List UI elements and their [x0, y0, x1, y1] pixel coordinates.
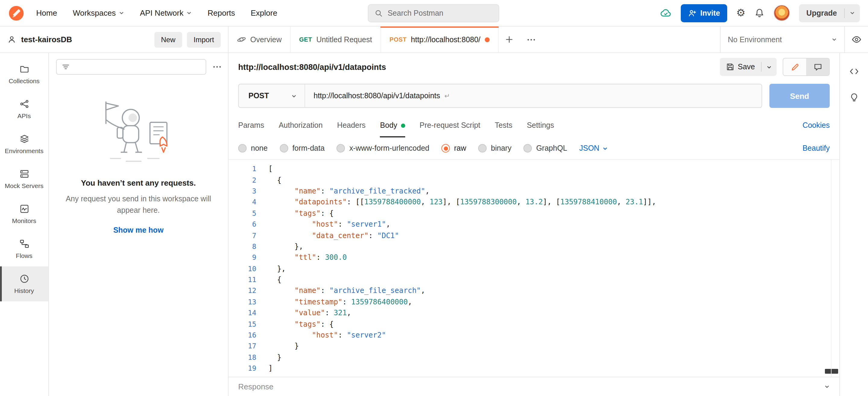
- environment-quick-look-button[interactable]: [844, 27, 868, 53]
- empty-state-description: Any request you send in this workspace w…: [61, 194, 216, 216]
- eye-icon: [851, 34, 862, 44]
- invite-button[interactable]: Invite: [681, 4, 727, 22]
- sidebar-item-label: Collections: [9, 77, 40, 85]
- code-text: "tags": {: [256, 320, 334, 328]
- agent-selection-icon[interactable]: [660, 7, 672, 19]
- line-number: 4: [228, 198, 256, 206]
- show-me-how-link[interactable]: Show me how: [113, 226, 164, 234]
- body-mode-x-www-form-urlencoded[interactable]: x-www-form-urlencoded: [337, 144, 429, 153]
- upgrade-button[interactable]: Upgrade: [799, 9, 844, 17]
- tab-options-button[interactable]: [520, 27, 542, 53]
- comments-button[interactable]: [806, 59, 829, 75]
- method-value: POST: [248, 92, 269, 100]
- tab-overview[interactable]: Overview: [228, 27, 291, 53]
- tab-tests[interactable]: Tests: [495, 113, 512, 137]
- filter-row: [49, 53, 228, 78]
- send-button[interactable]: Send: [769, 84, 830, 108]
- history-icon: [19, 274, 29, 284]
- nav-reports[interactable]: Reports: [208, 8, 235, 18]
- code-line: 6 "host": "server1",: [228, 219, 839, 230]
- workspace-header: test-kairosDB New Import: [0, 27, 228, 53]
- new-button[interactable]: New: [154, 32, 182, 47]
- tab-body[interactable]: Body: [380, 113, 405, 137]
- code-text: "data_center": "DC1": [256, 231, 399, 240]
- tab-post-localhost[interactable]: POST http://localhost:8080/: [381, 27, 499, 53]
- nav-api-network[interactable]: API Network: [140, 8, 192, 18]
- tab-headers[interactable]: Headers: [337, 113, 366, 137]
- body-editor[interactable]: 1[2 {3 "name": "archive_file_tracked",4 …: [228, 160, 839, 377]
- sidebar-item-label: Flows: [16, 252, 33, 259]
- url-box: POST http://localhost:8080/api/v1/datapo…: [238, 84, 762, 108]
- settings-button[interactable]: ⚙: [736, 8, 746, 18]
- response-section-header[interactable]: Response: [228, 377, 839, 396]
- request-workbench: http://localhost:8080/api/v1/datapoints …: [228, 53, 868, 396]
- save-icon: [726, 63, 734, 71]
- code-lines: 1[2 {3 "name": "archive_file_tracked",4 …: [228, 163, 839, 377]
- sidebar-item-flows[interactable]: Flows: [0, 231, 48, 266]
- line-number: 2: [228, 176, 256, 184]
- global-search[interactable]: Search Postman: [368, 4, 499, 22]
- body-mode-raw[interactable]: raw: [441, 144, 466, 153]
- code-text: },: [256, 264, 286, 273]
- line-number: 1: [228, 165, 256, 173]
- tab-untitled-request[interactable]: GET Untitled Request: [291, 27, 381, 53]
- hints-button[interactable]: [849, 92, 859, 102]
- avatar[interactable]: [774, 5, 790, 21]
- tab-pre-request-script[interactable]: Pre-request Script: [420, 113, 480, 137]
- tab-settings[interactable]: Settings: [527, 113, 554, 137]
- beautify-link[interactable]: Beautify: [803, 144, 830, 153]
- import-button[interactable]: Import: [187, 32, 221, 47]
- nav-workspaces[interactable]: Workspaces: [73, 8, 124, 18]
- body-mode-graphql[interactable]: GraphQL: [523, 144, 567, 153]
- app-header: Home Workspaces API Network Reports Expl…: [0, 0, 868, 27]
- method-selector[interactable]: POST: [239, 85, 305, 107]
- code-line: 4 "datapoints": [[1359788400000, 123], […: [228, 197, 839, 208]
- tab-params[interactable]: Params: [238, 113, 264, 137]
- sidebar-item-label: Monitors: [12, 217, 36, 224]
- language-selector[interactable]: JSON: [579, 144, 608, 153]
- sidebar-item-monitors[interactable]: Monitors: [0, 197, 48, 231]
- line-number: 8: [228, 242, 256, 251]
- code-snippet-button[interactable]: [849, 66, 859, 76]
- cookies-link[interactable]: Cookies: [803, 121, 830, 130]
- sidebar-item-history[interactable]: History: [0, 266, 48, 301]
- save-button[interactable]: Save: [720, 58, 761, 76]
- postman-logo-icon[interactable]: [8, 5, 24, 21]
- sidebar-item-collections[interactable]: Collections: [0, 57, 48, 92]
- radio-icon: [238, 144, 247, 153]
- upgrade-options-button[interactable]: [845, 10, 860, 16]
- sidebar-item-environments[interactable]: Environments: [0, 127, 48, 162]
- nav-explore[interactable]: Explore: [251, 8, 277, 18]
- sidebar-item-mock-servers[interactable]: Mock Servers: [0, 162, 48, 197]
- body-mode-label: none: [251, 144, 268, 153]
- unsaved-changes-dot: [485, 37, 490, 42]
- header-actions: Invite ⚙ Upgrade: [660, 4, 860, 22]
- code-line: 7 "data_center": "DC1": [228, 230, 839, 241]
- line-number: 9: [228, 254, 256, 262]
- save-options-button[interactable]: [762, 58, 777, 76]
- code-text: }: [256, 353, 281, 362]
- code-line: 12 "name": "archive_file_search",: [228, 286, 839, 297]
- body-mode-binary[interactable]: binary: [478, 144, 512, 153]
- sidebar-more-button[interactable]: [211, 61, 223, 73]
- empty-state-title: You haven’t sent any requests.: [81, 178, 196, 188]
- tab-authorization[interactable]: Authorization: [279, 113, 322, 137]
- code-icon: [849, 66, 859, 76]
- notifications-button[interactable]: [755, 8, 765, 18]
- editor-scrollbar-thumb[interactable]: [825, 369, 838, 374]
- sidebar-item-apis[interactable]: APIs: [0, 92, 48, 127]
- request-tabbar: Overview GET Untitled Request POST http:…: [228, 27, 868, 53]
- body-mode-none[interactable]: none: [238, 144, 268, 153]
- environment-selector[interactable]: No Environment: [720, 27, 844, 53]
- tab-label: Params: [238, 121, 264, 130]
- line-number: 5: [228, 209, 256, 218]
- url-row: POST http://localhost:8080/api/v1/datapo…: [228, 81, 839, 113]
- sidebar-filter-input[interactable]: [56, 59, 206, 75]
- url-input[interactable]: http://localhost:8080/api/v1/datapoints …: [305, 92, 762, 100]
- nav-home[interactable]: Home: [36, 8, 57, 18]
- new-tab-button[interactable]: [499, 27, 520, 53]
- body-mode-options: noneform-datax-www-form-urlencodedrawbin…: [238, 144, 567, 153]
- edit-mode-button[interactable]: [783, 59, 806, 75]
- code-text: "host": "server1",: [256, 220, 391, 228]
- body-mode-form-data[interactable]: form-data: [280, 144, 325, 153]
